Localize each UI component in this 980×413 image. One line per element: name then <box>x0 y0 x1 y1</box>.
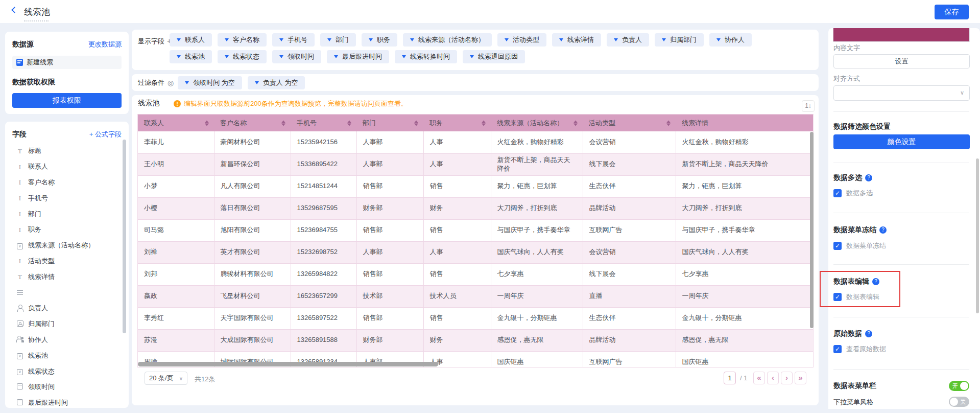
field-item[interactable]: ∨线索状态 <box>12 363 122 379</box>
sidebar-scrollbar[interactable] <box>123 140 126 333</box>
table-row[interactable]: 小梦凡人有限公司15214851244销售部销售聚力，钜惠，巨划算生态伙伴聚力，… <box>138 175 814 197</box>
field-item[interactable]: T线索详情 <box>12 269 122 285</box>
sort-icon[interactable] <box>414 120 418 126</box>
field-chip[interactable]: 线索状态 <box>218 50 267 63</box>
first-page-button[interactable]: « <box>753 372 765 384</box>
field-item[interactable]: I部门 <box>12 206 122 222</box>
report-permission-button[interactable]: 报表权限 <box>12 93 122 108</box>
field-chip[interactable]: 线索池 <box>170 50 212 63</box>
align-select[interactable]: ∨ <box>833 85 970 101</box>
chip-label: 最后跟进时间 <box>342 52 382 61</box>
table-row[interactable]: 嬴政飞星材料公司16523657299技术部技术人员一周年庆直播一周年庆 <box>138 285 814 307</box>
menu-bar-toggle-on[interactable]: 开 <box>949 381 969 391</box>
field-item[interactable]: 负责人 <box>12 301 122 316</box>
table-row[interactable]: 李秀红天宇国际有限公司13265897522销售部销售金九银十，分期钜惠生态伙伴… <box>138 307 814 329</box>
field-chip[interactable]: 活动类型 <box>497 33 546 47</box>
multi-select-checkbox-row[interactable]: ✓数据多选 <box>833 189 873 198</box>
column-header[interactable]: 活动类型 <box>583 114 676 131</box>
field-item[interactable]: I活动类型 <box>12 254 122 269</box>
sort-icon[interactable] <box>205 120 209 126</box>
field-chip[interactable]: 线索来源（活动名称） <box>403 33 492 47</box>
last-page-button[interactable]: » <box>795 372 806 384</box>
header-color-swatch[interactable] <box>833 28 970 42</box>
color-settings-button[interactable]: 颜色设置 <box>833 134 970 149</box>
field-item[interactable]: I客户名称 <box>12 175 122 191</box>
table-row[interactable]: 苏漫大成国际有限公司13265891588财务部财务感恩促，惠无限品牌活动感恩促… <box>138 329 814 351</box>
field-chip[interactable]: 线索退回原因 <box>463 50 525 63</box>
checkbox-checked[interactable]: ✓ <box>833 345 842 353</box>
field-chip[interactable]: 联系人 <box>170 33 212 47</box>
table-cell: 线下展会 <box>583 153 676 175</box>
field-chip[interactable]: 最后跟进时间 <box>327 50 389 63</box>
add-formula-field-link[interactable]: + 公式字段 <box>89 130 122 139</box>
dropdown-style-toggle-off[interactable]: 关 <box>949 397 969 407</box>
sort-icon[interactable] <box>347 120 351 126</box>
column-header[interactable]: 线索来源（活动名称） <box>491 114 583 131</box>
table-cell: 腾骏材料有限公司 <box>214 263 291 285</box>
column-header[interactable]: 线索详情 <box>676 114 814 131</box>
field-chip[interactable]: 协作人 <box>709 33 752 47</box>
field-chip[interactable]: 负责人 为空 <box>248 76 305 89</box>
field-chip[interactable]: 领取时间 <box>272 50 321 63</box>
table-row[interactable]: 小樱落日有限公司13529687595财务部财务大刀阔斧，打折到底品牌活动大刀阔… <box>138 197 814 219</box>
column-header[interactable]: 手机号 <box>291 114 356 131</box>
field-chip[interactable]: 线索详情 <box>552 33 601 47</box>
table-row[interactable]: 司马懿旭阳有限公司15236984755销售部销售与国庆甲子，携手奏华章互联网广… <box>138 219 814 241</box>
back-icon[interactable] <box>11 7 18 13</box>
datasource-item[interactable]: 新建线索 <box>12 56 122 69</box>
page-size-select[interactable]: 20 条/页∨ <box>145 372 187 385</box>
sort-icon[interactable] <box>482 120 486 126</box>
field-chip[interactable]: 手机号 <box>272 33 315 47</box>
table-row[interactable]: 王小明新昌环保公司15336895422人事部人事新货不断上架，商品天天降价线下… <box>138 153 814 175</box>
sort-icon[interactable] <box>281 120 285 126</box>
table-row[interactable]: 刘邦腾骏材料有限公司13265984822销售部销售七夕享惠线下展会七夕享惠 <box>138 263 814 285</box>
divider <box>833 369 969 370</box>
raw-data-checkbox-row[interactable]: ✓查看原始数据 <box>833 345 886 354</box>
field-item[interactable]: 归属部门 <box>12 316 122 332</box>
field-chip[interactable]: 负责人 <box>607 33 649 47</box>
field-chip[interactable]: 客户名称 <box>218 33 267 47</box>
field-item[interactable]: 协作人 <box>12 332 122 348</box>
help-icon[interactable]: ? <box>865 174 872 181</box>
column-header[interactable]: 联系人 <box>138 114 214 131</box>
field-chip[interactable]: 职务 <box>362 33 397 47</box>
save-button[interactable]: 保存 <box>935 5 969 19</box>
field-chip[interactable]: 线索转换时间 <box>395 50 457 63</box>
table-horizontal-scrollbar[interactable] <box>138 362 438 366</box>
field-item[interactable]: ∨线索来源（活动名称） <box>12 238 122 254</box>
field-chip[interactable]: 部门 <box>320 33 356 47</box>
column-header[interactable]: 职务 <box>423 114 491 131</box>
panel-scrollbar[interactable] <box>976 158 979 313</box>
field-item[interactable]: I联系人 <box>12 159 122 175</box>
checkbox-checked[interactable]: ✓ <box>833 242 842 250</box>
column-header[interactable]: 部门 <box>356 114 423 131</box>
menu-freeze-checkbox-row[interactable]: ✓数据菜单冻结 <box>833 241 886 250</box>
field-item[interactable]: ∨线索池 <box>12 348 122 363</box>
field-chip[interactable]: 领取时间 为空 <box>178 76 242 89</box>
help-icon[interactable]: ? <box>879 226 887 234</box>
field-item[interactable]: 最后跟进时间 <box>12 395 122 408</box>
table-row[interactable]: 刘禅英才有限公司15232698752人事部人事国庆气球向，人人有奖会议营销国庆… <box>138 241 814 263</box>
field-item[interactable]: 领取时间 <box>12 379 122 395</box>
field-item[interactable]: T标题 <box>12 143 122 159</box>
next-page-button[interactable]: › <box>781 372 793 384</box>
table-row[interactable]: 李菲儿豪阁材料公司15235942156人事部人事火红金秋，购物好精彩会议营销火… <box>138 131 814 153</box>
table-cell: 李菲儿 <box>138 131 214 153</box>
prev-page-button[interactable]: ‹ <box>767 372 779 384</box>
chevron-down-icon <box>327 38 331 41</box>
column-header[interactable]: 客户名称 <box>214 114 291 131</box>
sort-icon[interactable] <box>573 120 578 126</box>
current-page-input[interactable]: 1 <box>724 372 736 384</box>
table-vertical-scrollbar[interactable] <box>810 132 814 328</box>
field-item[interactable] <box>12 285 122 301</box>
content-text-settings-button[interactable]: 设置 <box>833 54 970 68</box>
change-datasource-link[interactable]: 更改数据源 <box>88 40 122 49</box>
checkbox-checked[interactable]: ✓ <box>833 189 842 197</box>
field-item[interactable]: I职务 <box>12 222 122 238</box>
sort-icon[interactable] <box>666 120 671 126</box>
help-icon[interactable]: ? <box>865 330 872 337</box>
text-icon: I <box>16 163 23 171</box>
sort-order-icon[interactable]: 1↓ <box>802 100 815 112</box>
field-item[interactable]: I手机号 <box>12 190 122 206</box>
field-chip[interactable]: 归属部门 <box>655 33 704 47</box>
